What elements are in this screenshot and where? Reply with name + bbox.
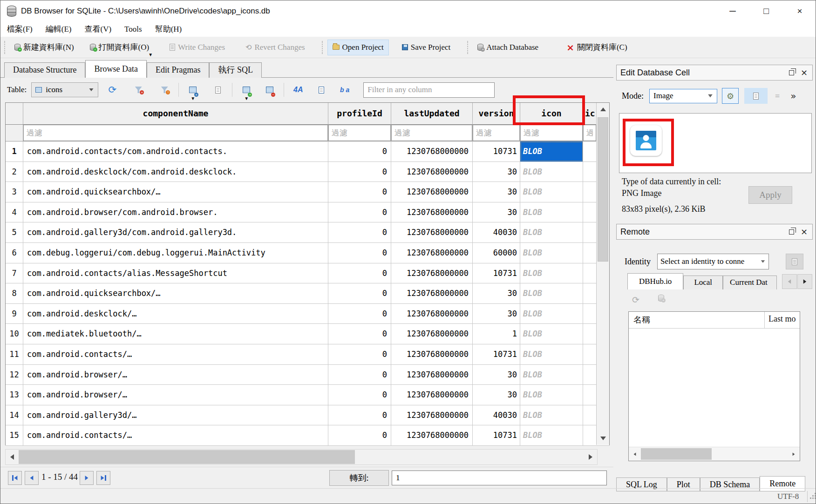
close-button[interactable]: × <box>783 0 816 21</box>
filter-componentName[interactable] <box>23 125 328 141</box>
cell-partial[interactable] <box>583 263 596 283</box>
tab-browse-data[interactable]: Browse Data <box>85 60 146 78</box>
cell-componentName[interactable]: com.android.deskclock/… <box>23 304 328 324</box>
cell-lastUpdated[interactable]: 1230768000000 <box>391 222 473 242</box>
cell-lastUpdated[interactable]: 1230768000000 <box>391 263 473 283</box>
cell-version[interactable]: 40030 <box>473 405 520 425</box>
cell-version[interactable]: 30 <box>473 304 520 324</box>
open-database-dropdown-icon[interactable]: ▼ <box>148 52 153 57</box>
cell-version[interactable]: 60000 <box>473 243 520 263</box>
column-header-componentName[interactable]: componentName <box>23 103 328 124</box>
cell-version[interactable]: 10731 <box>473 263 520 283</box>
more-tools-icon[interactable]: » <box>790 90 796 101</box>
document-format-button[interactable] <box>316 84 327 95</box>
filter-version[interactable] <box>473 125 520 141</box>
auto-detect-button[interactable]: ⚙ <box>722 88 739 104</box>
cell-version[interactable]: 30 <box>473 162 520 182</box>
cell-partial[interactable] <box>583 243 596 263</box>
delete-record-button[interactable]: − <box>264 84 275 95</box>
scroll-left-button[interactable] <box>629 447 641 461</box>
cell-lastUpdated[interactable]: 1230768000000 <box>391 283 473 303</box>
row-number[interactable]: 6 <box>6 243 23 263</box>
open-database-button[interactable]: › 打開資料庫(O) ▼ <box>85 39 154 55</box>
scroll-left-button[interactable] <box>6 450 19 464</box>
previous-record-button[interactable] <box>25 471 39 485</box>
cell-partial[interactable] <box>583 182 596 202</box>
cell-profileId[interactable]: 0 <box>328 263 391 283</box>
text-view-button[interactable] <box>744 88 768 104</box>
cell-version[interactable]: 30 <box>473 385 520 405</box>
attach-database-button[interactable]: + Attach Database <box>473 40 543 55</box>
cell-componentName[interactable]: com.android.quicksearchbox/… <box>23 283 328 303</box>
first-record-button[interactable] <box>8 471 22 485</box>
vertical-scroll-thumb[interactable] <box>598 117 608 262</box>
identity-select[interactable]: Select an identity to conne <box>657 254 769 269</box>
cell-profileId[interactable]: 0 <box>328 344 391 364</box>
cell-partial[interactable] <box>583 405 596 425</box>
dock-tab-remote[interactable]: Remote <box>760 476 805 491</box>
cell-version[interactable]: 1 <box>473 324 520 344</box>
cell-partial[interactable] <box>583 324 596 344</box>
row-number[interactable]: 5 <box>6 222 23 242</box>
tab-database-structure[interactable]: Database Structure <box>4 62 85 78</box>
goto-record-input[interactable] <box>392 470 607 485</box>
cell-profileId[interactable]: 0 <box>328 365 391 385</box>
identity-settings-button[interactable] <box>786 254 803 269</box>
cell-componentName[interactable]: com.android.contacts/alias.MessageShortc… <box>23 263 328 283</box>
write-changes-button[interactable]: Write Changes <box>165 40 230 55</box>
cell-profileId[interactable]: 0 <box>328 283 391 303</box>
cell-version[interactable]: 10731 <box>473 425 520 445</box>
insert-dropdown-icon[interactable]: ▼ <box>244 96 249 101</box>
last-record-button[interactable] <box>96 471 110 485</box>
cell-componentName[interactable]: com.android.gallery3d/… <box>23 405 328 425</box>
cell-componentName[interactable]: com.android.quicksearchbox/… <box>23 182 328 202</box>
close-database-button[interactable]: × 關閉資料庫(C) <box>562 39 632 55</box>
menu-tools[interactable]: Tools <box>118 25 149 34</box>
remote-database-icon[interactable]: + <box>658 295 664 302</box>
cell-componentName[interactable]: com.android.browser/com.android.browser. <box>23 202 328 222</box>
row-number[interactable]: 15 <box>6 425 23 445</box>
cell-icon[interactable]: BLOB <box>520 405 583 425</box>
maximize-button[interactable]: □ <box>749 0 783 21</box>
cell-profileId[interactable]: 0 <box>328 405 391 425</box>
filter-icon[interactable] <box>520 125 583 141</box>
word-wrap-icon[interactable]: ≡ <box>775 91 779 101</box>
row-number[interactable]: 8 <box>6 283 23 303</box>
cell-componentName[interactable]: com.mediatek.bluetooth/… <box>23 324 328 344</box>
cell-profileId[interactable]: 0 <box>328 141 391 161</box>
text-format-button[interactable]: b a <box>339 84 350 95</box>
table-select[interactable]: icons <box>31 82 98 97</box>
cell-partial[interactable] <box>583 425 596 445</box>
cell-lastUpdated[interactable]: 1230768000000 <box>391 405 473 425</box>
float-panel-icon[interactable] <box>789 229 794 235</box>
remote-column-name[interactable]: 名稱 <box>629 312 765 328</box>
cell-profileId[interactable]: 0 <box>328 243 391 263</box>
close-panel-icon[interactable]: × <box>801 229 808 235</box>
cell-icon[interactable]: BLOB <box>520 385 583 405</box>
cell-componentName[interactable]: com.android.contacts/… <box>23 344 328 364</box>
filter-lastUpdated[interactable] <box>391 125 473 141</box>
horizontal-scrollbar[interactable] <box>5 449 598 465</box>
column-header-profileId[interactable]: profileId <box>328 103 391 124</box>
cell-componentName[interactable]: com.android.deskclock/com.android.deskcl… <box>23 162 328 182</box>
cell-lastUpdated[interactable]: 1230768000000 <box>391 344 473 364</box>
cell-lastUpdated[interactable]: 1230768000000 <box>391 162 473 182</box>
resize-grip[interactable] <box>810 497 811 499</box>
row-number[interactable]: 1 <box>6 141 23 161</box>
tab-local[interactable]: Local <box>683 276 723 289</box>
filter-any-column-input[interactable] <box>363 82 495 98</box>
cell-icon[interactable]: BLOB <box>520 202 583 222</box>
revert-changes-button[interactable]: ⟲ Revert Changes <box>241 40 310 55</box>
cell-profileId[interactable]: 0 <box>328 304 391 324</box>
filter-partial[interactable] <box>583 125 596 141</box>
menu-view[interactable]: 查看(V) <box>78 24 118 34</box>
cell-version[interactable]: 10731 <box>473 141 520 161</box>
row-number[interactable]: 9 <box>6 304 23 324</box>
cell-lastUpdated[interactable]: 1230768000000 <box>391 425 473 445</box>
close-panel-icon[interactable]: × <box>801 70 808 75</box>
cell-partial[interactable] <box>583 222 596 242</box>
refresh-button[interactable]: ⟳ <box>107 84 118 95</box>
cell-partial[interactable] <box>583 385 596 405</box>
sort-button[interactable]: 4A <box>292 84 304 95</box>
cell-componentName[interactable]: com.android.contacts/com.android.contact… <box>23 141 328 161</box>
